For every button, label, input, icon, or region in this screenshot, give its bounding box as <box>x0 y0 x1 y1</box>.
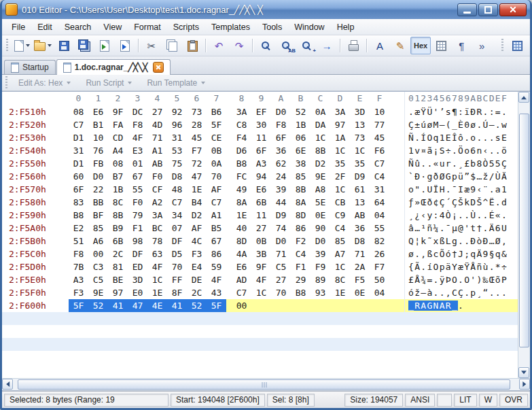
hex-byte[interactable]: AD <box>232 273 251 286</box>
hex-byte[interactable]: 9E <box>88 286 108 299</box>
hex-byte[interactable]: 50 <box>370 273 389 286</box>
hex-byte[interactable]: 35 <box>330 157 350 170</box>
save-button[interactable] <box>54 37 74 54</box>
import-hex-button[interactable] <box>94 37 115 54</box>
menu-item-edit[interactable]: Edit <box>31 20 58 34</box>
hex-byte[interactable]: D0 <box>88 170 108 183</box>
hex-byte[interactable]: 48 <box>167 183 187 196</box>
hex-byte[interactable]: 70 <box>207 170 226 183</box>
hex-byte[interactable]: 5F <box>69 299 88 312</box>
subtoolbar-grip[interactable] <box>5 76 7 90</box>
hex-byte[interactable]: CF <box>147 183 167 196</box>
hex-byte[interactable]: 08 <box>69 105 88 118</box>
hex-byte[interactable]: 55 <box>370 222 389 235</box>
redo-button[interactable]: ↷ <box>229 37 249 54</box>
scroll-up-button[interactable] <box>518 92 529 103</box>
hex-byte[interactable]: 31 <box>167 131 187 144</box>
hex-byte[interactable]: CD <box>108 131 128 144</box>
hex-byte[interactable]: 4D <box>147 118 167 131</box>
hex-byte[interactable]: 11 <box>251 209 271 222</box>
hex-byte[interactable]: D0 <box>271 235 291 247</box>
hex-byte[interactable]: 70 <box>167 260 187 273</box>
hex-byte[interactable]: 30 <box>251 118 271 131</box>
hex-byte[interactable]: 3A <box>232 105 251 118</box>
hex-byte[interactable]: AF <box>207 183 226 196</box>
vertical-scroll-thumb[interactable] <box>519 114 529 347</box>
hex-byte[interactable]: 47 <box>187 170 207 183</box>
hex-byte[interactable]: DF <box>128 247 147 260</box>
hex-byte[interactable]: 9E <box>311 170 330 183</box>
hex-byte[interactable]: 51 <box>69 235 88 247</box>
hex-byte[interactable]: 28 <box>187 118 207 131</box>
hex-byte[interactable] <box>251 299 271 312</box>
hex-byte[interactable]: A2 <box>147 196 167 209</box>
hex-byte[interactable]: F7 <box>370 260 389 273</box>
row-ascii[interactable]: Ç±úøM–(_È0ø.Ú—.w <box>404 118 512 131</box>
status-endian-toggle[interactable]: LIT <box>454 394 476 407</box>
hex-byte[interactable]: A7 <box>330 247 350 260</box>
hex-byte[interactable]: DC <box>128 105 147 118</box>
hex-byte[interactable]: 01 <box>128 157 147 170</box>
hex-byte[interactable]: 11 <box>251 131 271 144</box>
hex-mode-button[interactable]: Hex <box>410 37 431 54</box>
hex-byte[interactable]: E2 <box>69 222 88 235</box>
hex-byte[interactable]: 71 <box>350 247 370 260</box>
hex-byte[interactable]: 9F <box>108 105 128 118</box>
print-button[interactable] <box>343 37 363 54</box>
horizontal-scroll-thumb[interactable] <box>18 379 510 390</box>
hex-byte[interactable]: 31 <box>69 144 88 157</box>
hex-byte[interactable]: 75 <box>167 157 187 170</box>
run-template-dropdown[interactable]: Run Template <box>139 78 213 88</box>
hex-byte[interactable]: 0B <box>251 235 271 247</box>
hex-byte[interactable]: 63 <box>147 247 167 260</box>
hex-byte[interactable]: 34 <box>167 209 187 222</box>
hex-byte[interactable]: D9 <box>271 209 291 222</box>
hex-byte[interactable]: 97 <box>330 118 350 131</box>
hex-byte[interactable]: 04 <box>370 286 389 299</box>
hex-byte[interactable]: 27 <box>271 273 291 286</box>
hex-byte[interactable]: 39 <box>311 247 330 260</box>
vertical-scroll-track[interactable] <box>518 103 530 367</box>
hex-byte[interactable]: C7 <box>207 196 226 209</box>
hex-byte[interactable]: 60 <box>69 170 88 183</box>
hex-byte[interactable]: C4 <box>330 222 350 235</box>
hex-byte[interactable]: F6 <box>370 144 389 157</box>
hex-byte[interactable]: 4C <box>187 235 207 247</box>
hex-byte[interactable]: 6F <box>271 131 291 144</box>
menu-item-templates[interactable]: Templates <box>205 20 256 34</box>
hex-byte[interactable]: 8C <box>330 273 350 286</box>
row-ascii[interactable]: Ñ.ÍOq1EÎô.o...sE <box>404 131 512 144</box>
hex-byte[interactable]: 1E <box>232 209 251 222</box>
status-overwrite-toggle[interactable]: OVR <box>499 394 528 407</box>
hex-byte[interactable]: 8B <box>311 144 330 157</box>
hex-byte[interactable]: E4 <box>187 260 207 273</box>
hex-byte[interactable]: 0E <box>311 209 330 222</box>
hex-byte[interactable]: F2 <box>291 235 311 247</box>
hex-byte[interactable]: D8 <box>350 235 370 247</box>
hex-byte[interactable]: 89 <box>311 273 330 286</box>
hex-byte[interactable]: 86 <box>207 247 226 260</box>
row-ascii[interactable]: .æŸÜ'’s¶:ïÐR.:=. <box>404 105 512 118</box>
hex-byte[interactable]: 8A <box>232 196 251 209</box>
hex-byte[interactable]: 1B <box>108 183 128 196</box>
hex-byte[interactable]: E6 <box>251 183 271 196</box>
hex-byte[interactable]: 67 <box>207 235 226 247</box>
hex-byte[interactable]: 78 <box>147 235 167 247</box>
hex-byte[interactable]: 93 <box>311 286 330 299</box>
hex-byte[interactable]: 61 <box>350 183 370 196</box>
hex-byte[interactable]: 1C <box>147 273 167 286</box>
hex-byte[interactable]: 4F <box>251 273 271 286</box>
hex-byte[interactable]: C7 <box>167 196 187 209</box>
hex-byte[interactable]: 3A <box>147 209 167 222</box>
hex-byte[interactable]: 94 <box>251 170 271 183</box>
hex-byte[interactable]: BF <box>88 209 108 222</box>
row-ascii[interactable]: Ñû..«ur.¸£b8Ò55Ç <box>404 157 512 170</box>
hex-byte[interactable]: 96 <box>167 118 187 131</box>
hex-byte[interactable]: 1E <box>187 183 207 196</box>
scroll-down-button[interactable] <box>518 367 529 378</box>
row-ascii[interactable]: óž—à..,CÇ.p¸“... <box>404 286 512 299</box>
hex-byte[interactable]: F1 <box>291 260 311 273</box>
hex-byte[interactable]: 7B <box>69 260 88 273</box>
hex-byte[interactable]: C3 <box>88 260 108 273</box>
hex-byte[interactable]: 92 <box>167 105 187 118</box>
